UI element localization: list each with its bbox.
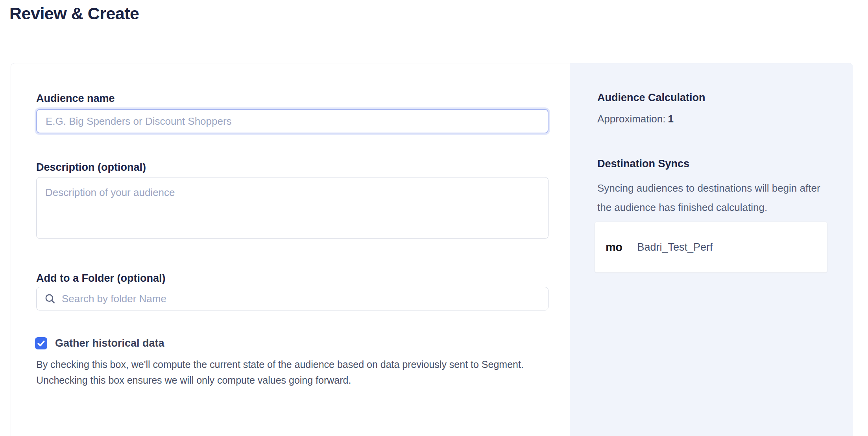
search-icon	[44, 293, 55, 304]
gather-historical-row[interactable]: Gather historical data	[35, 337, 164, 349]
historical-help-text: By checking this box, we'll compute the …	[36, 357, 556, 388]
destination-logo: mo	[606, 241, 622, 254]
description-textarea[interactable]	[36, 177, 549, 239]
folder-search-field	[36, 287, 549, 310]
audience-calculation-heading: Audience Calculation	[597, 92, 705, 104]
summary-panel: Audience Calculation Approximation:1 Des…	[570, 63, 853, 436]
description-label: Description (optional)	[36, 161, 146, 174]
form-panel: Audience name Description (optional) Add…	[11, 63, 570, 436]
audience-name-input[interactable]	[36, 109, 549, 133]
gather-historical-label[interactable]: Gather historical data	[55, 337, 164, 349]
approximation-line: Approximation:1	[597, 113, 674, 125]
destination-syncs-heading: Destination Syncs	[597, 158, 689, 170]
approximation-value: 1	[668, 113, 673, 125]
checkmark-icon	[37, 339, 46, 348]
destination-sync-card[interactable]: mo Badri_Test_Perf	[595, 222, 827, 273]
audience-name-label: Audience name	[36, 92, 115, 105]
folder-label: Add to a Folder (optional)	[36, 272, 165, 285]
folder-search-input[interactable]	[55, 287, 548, 310]
destination-syncs-description: Syncing audiences to destinations will b…	[597, 179, 829, 217]
page-title: Review & Create	[9, 4, 139, 23]
review-card: Audience name Description (optional) Add…	[11, 63, 853, 436]
destination-name: Badri_Test_Perf	[637, 241, 713, 253]
approximation-label: Approximation:	[597, 113, 665, 125]
gather-historical-checkbox[interactable]	[35, 337, 47, 349]
